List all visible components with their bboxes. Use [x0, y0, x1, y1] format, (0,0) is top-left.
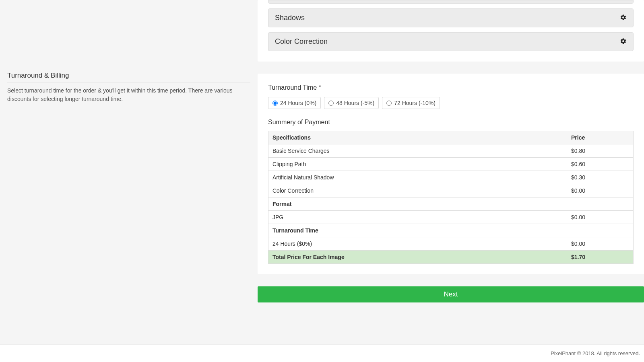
spec-cell: Color Correction [268, 184, 567, 197]
turnaround-option-24h[interactable]: 24 Hours (0%) [268, 97, 321, 109]
total-label: Total Price For Each Image [268, 251, 567, 264]
turnaround-option-48h[interactable]: 48 Hours (-5%) [324, 97, 379, 109]
table-row: 24 Hours ($0%) $0.00 [268, 237, 634, 251]
price-cell: $0.00 [567, 237, 634, 251]
turnaround-option-48h-label: 48 Hours (-5%) [336, 100, 374, 106]
accordion-color-correction[interactable]: Color Correction [268, 32, 634, 51]
summary-col-spec: Specifications [268, 131, 567, 144]
table-row: Clipping Path $0.60 [268, 158, 634, 171]
total-price: $1.70 [567, 251, 634, 264]
spec-cell: Clipping Path [268, 158, 567, 171]
turnaround-radio-24h[interactable] [272, 101, 278, 106]
price-cell: $0.00 [567, 184, 634, 197]
accordion-shadows-label: Shadows [275, 14, 305, 22]
total-row: Total Price For Each Image $1.70 [268, 251, 634, 264]
turnaround-option-72h[interactable]: 72 Hours (-10%) [382, 97, 440, 109]
turnaround-billing-heading: Turnaround & Billing [7, 72, 250, 82]
table-row: JPG $0.00 [268, 211, 634, 224]
turnaround-billing-desc: Select turnaround time for the order & y… [7, 86, 250, 103]
table-row: Color Correction $0.00 [268, 184, 634, 197]
billing-panel: Turnaround Time * 24 Hours (0%) 48 Hours… [258, 74, 644, 274]
summary-table: Specifications Price Basic Service Charg… [268, 131, 634, 264]
format-subheader: Format [268, 197, 634, 211]
options-panel: Shadows Color Correction [258, 0, 644, 62]
accordion-collapsed-stub[interactable] [268, 0, 634, 4]
accordion-color-correction-label: Color Correction [275, 37, 328, 46]
table-row: Artificial Natural Shadow $0.30 [268, 171, 634, 184]
summary-col-price: Price [567, 131, 634, 144]
format-subheader-label: Format [268, 197, 634, 211]
gear-icon [620, 38, 627, 46]
spec-cell: JPG [268, 211, 567, 224]
accordion-shadows[interactable]: Shadows [268, 8, 634, 27]
turnaround-time-label: Turnaround Time * [268, 84, 634, 91]
turnaround-radio-48h[interactable] [328, 101, 334, 106]
price-cell: $0.30 [567, 171, 634, 184]
spec-cell: Artificial Natural Shadow [268, 171, 567, 184]
summary-heading: Summery of Payment [268, 119, 634, 126]
price-cell: $0.00 [567, 211, 634, 224]
spec-cell: Basic Service Charges [268, 144, 567, 158]
spec-cell: 24 Hours ($0%) [268, 237, 567, 251]
turnaround-option-24h-label: 24 Hours (0%) [280, 100, 316, 106]
table-row: Basic Service Charges $0.80 [268, 144, 634, 158]
tat-subheader: Turnaround Time [268, 224, 634, 237]
tat-subheader-label: Turnaround Time [268, 224, 634, 237]
turnaround-option-72h-label: 72 Hours (-10%) [394, 100, 436, 106]
price-cell: $0.60 [567, 158, 634, 171]
turnaround-radio-72h[interactable] [386, 101, 392, 106]
gear-icon [620, 14, 627, 22]
turnaround-radio-group: 24 Hours (0%) 48 Hours (-5%) 72 Hours (-… [268, 97, 634, 109]
next-button[interactable]: Next [258, 286, 644, 302]
footer-copyright: PixelPhant © 2018. All rights reserved. [0, 344, 644, 362]
price-cell: $0.80 [567, 144, 634, 158]
